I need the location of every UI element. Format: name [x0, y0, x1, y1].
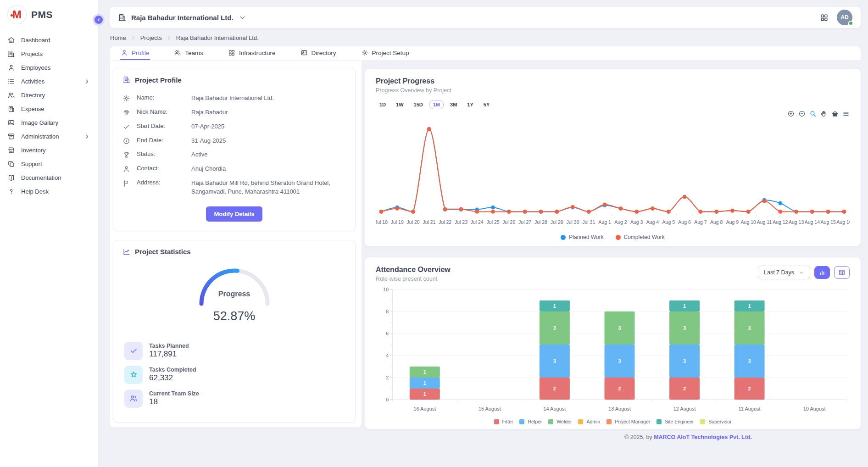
logo[interactable]: M PMS — [0, 0, 98, 29]
svg-text:3: 3 — [553, 325, 556, 331]
progress-card-title: Project Progress — [376, 77, 850, 85]
svg-text:Aug 13: Aug 13 — [789, 219, 804, 225]
date-range-value: Last 7 Days — [764, 269, 794, 276]
svg-text:1: 1 — [423, 369, 426, 375]
sidebar-item-image-gallary[interactable]: Image Gallary — [0, 116, 98, 129]
profile-field-name: Name:Raja Bahadur International Ltd. — [122, 91, 346, 106]
building-icon — [7, 50, 15, 58]
tab-directory[interactable]: Directory — [300, 46, 337, 60]
stats-card-title: Project Statistics — [135, 248, 191, 256]
zoom-in-tool[interactable] — [787, 110, 795, 117]
range-1D[interactable]: 1D — [376, 100, 389, 109]
receipt-icon — [7, 105, 15, 113]
chart-toolbar — [376, 110, 850, 117]
svg-text:2: 2 — [748, 386, 751, 391]
list-icon — [7, 78, 15, 85]
svg-text:10 August: 10 August — [803, 406, 826, 411]
home-solid-tool[interactable] — [831, 110, 839, 117]
svg-text:8: 8 — [386, 309, 389, 314]
right-column: Project Progress Progress Overview by Pr… — [364, 61, 861, 440]
apps-grid-button[interactable] — [820, 13, 829, 22]
range-1Y[interactable]: 1Y — [463, 100, 477, 109]
progress-gauge: Progress 52.87% — [191, 263, 278, 323]
legend-admin[interactable]: Admin — [578, 419, 600, 424]
range-3M[interactable]: 3M — [446, 100, 461, 109]
sidebar-item-dashboard[interactable]: Dashboard — [0, 33, 98, 47]
attendance-chart[interactable]: 024681011116 August15 August233114 Augus… — [376, 284, 850, 418]
attendance-overview-card: Attendance Overview Role-wise present co… — [364, 257, 861, 429]
footer-company-link[interactable]: MARCO AIoT Technologies Pvt. Ltd. — [654, 434, 752, 440]
legend-site-engineer[interactable]: Site Engineer — [657, 419, 694, 424]
project-progress-chart[interactable]: Jul 18Jul 19Jul 20Jul 21Jul 22Jul 23Jul … — [376, 117, 850, 233]
sidebar-item-documentation[interactable]: Documentation — [0, 171, 98, 184]
footer: © 2025, by MARCO AIoT Technologies Pvt. … — [364, 429, 861, 440]
chevron-right-icon — [130, 35, 136, 41]
range-5Y[interactable]: 5Y — [480, 100, 493, 109]
svg-text:3: 3 — [618, 358, 621, 364]
legend-supervisor[interactable]: Supervisor — [700, 419, 731, 424]
menu-tool[interactable] — [842, 110, 850, 117]
range-15D[interactable]: 15D — [410, 100, 427, 109]
sidebar-item-projects[interactable]: Projects — [0, 47, 98, 61]
stats-card-title-row: Project Statistics — [122, 248, 346, 256]
breadcrumb-item-home[interactable]: Home — [110, 34, 126, 41]
sidebar-item-expense[interactable]: Expense — [0, 102, 98, 116]
date-range-select[interactable]: Last 7 Days — [758, 266, 810, 279]
legend-project-manager[interactable]: Project Manager — [606, 419, 650, 424]
pan-icon — [820, 110, 828, 117]
company-selector[interactable]: Raja Bahadur International Ltd. — [118, 13, 247, 22]
legend-helper[interactable]: Helper — [519, 419, 542, 424]
sidebar-item-inventory[interactable]: Inventory — [0, 143, 98, 157]
sidebar-collapse-button[interactable] — [93, 14, 105, 26]
tab-profile[interactable]: Profile — [120, 46, 150, 60]
svg-text:Aug 11: Aug 11 — [757, 219, 772, 225]
sidebar-item-employees[interactable]: Employees — [0, 61, 98, 74]
tab-teams[interactable]: Teams — [173, 46, 204, 60]
bar-view-button[interactable] — [814, 266, 830, 279]
legend-fitter[interactable]: Fitter — [494, 419, 513, 424]
legend-planned-work[interactable]: Planned Work — [561, 234, 603, 240]
profile-card-title: Project Profile — [135, 76, 182, 84]
project-profile-card: Project Profile Name:Raja Bahadur Intern… — [113, 68, 356, 231]
svg-text:3: 3 — [683, 325, 686, 331]
legend-welder[interactable]: Welder — [548, 419, 572, 424]
sidebar-item-support[interactable]: Support — [0, 157, 98, 171]
box-zoom-tool[interactable] — [809, 110, 817, 117]
home-icon-solid — [831, 110, 839, 117]
sidebar-item-directory[interactable]: Directory — [0, 88, 98, 102]
range-1W[interactable]: 1W — [392, 100, 407, 109]
svg-text:Aug 7: Aug 7 — [694, 219, 707, 225]
tab-project-setup[interactable]: Project Setup — [360, 46, 410, 60]
sidebar-item-activities[interactable]: Activities — [0, 74, 98, 88]
range-1M[interactable]: 1M — [429, 100, 444, 109]
svg-text:Aug 12: Aug 12 — [773, 219, 788, 225]
table-view-button[interactable] — [834, 266, 850, 279]
sidebar-item-help-desk[interactable]: Help Desk — [0, 184, 98, 198]
svg-text:3: 3 — [553, 358, 556, 364]
image-icon — [7, 119, 15, 127]
tab-infrastructure[interactable]: Infrastructure — [227, 46, 277, 60]
breadcrumb-item-projects[interactable]: Projects — [140, 34, 162, 41]
svg-text:Jul 22: Jul 22 — [439, 219, 451, 225]
svg-text:Jul 20: Jul 20 — [407, 219, 420, 225]
company-name: Raja Bahadur International Ltd. — [131, 14, 234, 22]
contact-card-icon — [300, 49, 308, 56]
sidebar-item-administration[interactable]: Administration — [0, 129, 98, 143]
gear-icon — [361, 49, 368, 56]
profile-field-start-date: Start Date:07-Apr-2025 — [122, 120, 346, 134]
pan-tool[interactable] — [820, 110, 828, 117]
legend-completed-work[interactable]: Completed Work — [616, 234, 665, 240]
svg-text:Aug 3: Aug 3 — [630, 219, 643, 225]
svg-text:Jul 26: Jul 26 — [502, 219, 515, 225]
chevron-right-icon — [166, 35, 172, 41]
profile-field-end-date: End Date:31-Aug-2025 — [122, 134, 346, 148]
zoom-out-tool[interactable] — [798, 110, 806, 117]
avatar[interactable]: AD — [837, 10, 852, 25]
svg-text:Jul 29: Jul 29 — [551, 219, 563, 225]
users-icon — [7, 91, 15, 99]
sidebar: M PMS DashboardProjectsEmployeesActiviti… — [0, 0, 99, 467]
chart-line-icon — [122, 248, 131, 256]
avatar-initials: AD — [840, 14, 848, 21]
building-icon — [118, 13, 127, 22]
modify-details-button[interactable]: Modify Details — [206, 206, 262, 222]
